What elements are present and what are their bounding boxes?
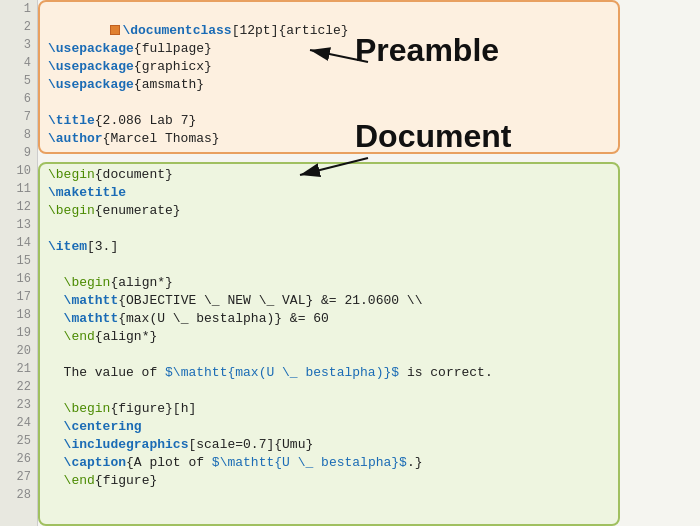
line-num-26: 26	[17, 450, 31, 468]
line-num-18: 18	[17, 306, 31, 324]
code-area: \documentclass[12pt]{article} \usepackag…	[38, 0, 700, 526]
document-box: \begin{document} \maketitle \begin{enume…	[38, 162, 620, 526]
active-line-indicator	[110, 25, 120, 35]
line-num-21: 21	[17, 360, 31, 378]
line-num-9: 9	[24, 144, 31, 162]
code-line-8: \author{Marcel Thomas}	[48, 130, 610, 148]
code-line-4: \usepackage{graphicx}	[48, 58, 610, 76]
line-num-6: 6	[24, 90, 31, 108]
code-line-17: \mathtt{OBJECTIVE \_ NEW \_ VAL} &= 21.0…	[48, 292, 610, 310]
line-num-23: 23	[17, 396, 31, 414]
code-line-20	[48, 346, 610, 364]
code-line-13	[48, 220, 610, 238]
line-num-17: 17	[17, 288, 31, 306]
code-line-19: \end{align*}	[48, 328, 610, 346]
code-line-7: \title{2.086 Lab 7}	[48, 112, 610, 130]
cmd-documentclass: \documentclass	[122, 23, 231, 38]
line-num-22: 22	[17, 378, 31, 396]
code-line-26: \caption{A plot of $\mathtt{U \_ bestalp…	[48, 454, 610, 472]
code-line-12: \begin{enumerate}	[48, 202, 610, 220]
code-line-22	[48, 382, 610, 400]
line-num-7: 7	[24, 108, 31, 126]
line-num-13: 13	[17, 216, 31, 234]
code-line-10: \begin{document}	[48, 166, 610, 184]
line-num-28: 28	[17, 486, 31, 504]
code-line-21: The value of $\mathtt{max(U \_ bestalpha…	[48, 364, 610, 382]
document-label: Document	[355, 118, 511, 155]
code-line-15	[48, 256, 610, 274]
line-num-3: 3	[24, 36, 31, 54]
code-line-3: \usepackage{fullpage}	[48, 40, 610, 58]
code-line-27: \end{figure}	[48, 472, 610, 490]
line-num-24: 24	[17, 414, 31, 432]
line-num-4: 4	[24, 54, 31, 72]
line-num-8: 8	[24, 126, 31, 144]
line-num-11: 11	[17, 180, 31, 198]
line-numbers: 1 2 3 4 5 6 7 8 9 10 11 12 13 14 15 16 1…	[0, 0, 38, 526]
line-num-5: 5	[24, 72, 31, 90]
preamble-box: \documentclass[12pt]{article} \usepackag…	[38, 0, 620, 154]
line-num-20: 20	[17, 342, 31, 360]
line-num-10: 10	[17, 162, 31, 180]
line-num-1: 1	[24, 0, 31, 18]
code-line-16: \begin{align*}	[48, 274, 610, 292]
line-num-2: 2	[24, 18, 31, 36]
editor-area: 1 2 3 4 5 6 7 8 9 10 11 12 13 14 15 16 1…	[0, 0, 700, 526]
line-num-25: 25	[17, 432, 31, 450]
code-line-23: \begin{figure}[h]	[48, 400, 610, 418]
line-num-14: 14	[17, 234, 31, 252]
code-line-14: \item[3.]	[48, 238, 610, 256]
line-num-15: 15	[17, 252, 31, 270]
line-num-12: 12	[17, 198, 31, 216]
line-num-16: 16	[17, 270, 31, 288]
line-num-27: 27	[17, 468, 31, 486]
code-line-11: \maketitle	[48, 184, 610, 202]
code-line-5: \usepackage{amsmath}	[48, 76, 610, 94]
preamble-label: Preamble	[355, 32, 499, 69]
code-line-24: \centering	[48, 418, 610, 436]
code-line-1: \documentclass[12pt]{article}	[48, 4, 610, 22]
line-num-19: 19	[17, 324, 31, 342]
code-line-18: \mathtt{max(U \_ bestalpha)} &= 60	[48, 310, 610, 328]
code-line-25: \includegraphics[scale=0.7]{Umu}	[48, 436, 610, 454]
code-line-6	[48, 94, 610, 112]
